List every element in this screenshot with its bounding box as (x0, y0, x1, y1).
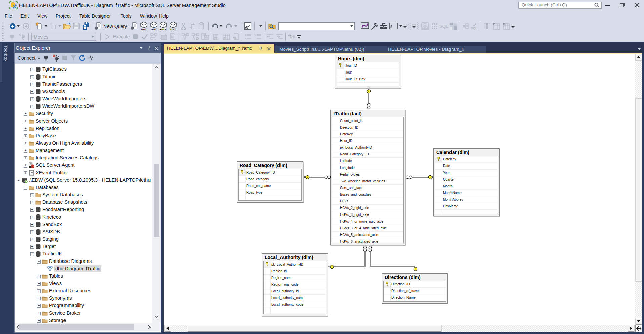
svg-text:01: 01 (224, 38, 226, 40)
svg-text:XMLA: XMLA (160, 28, 167, 31)
svg-text:DMX: DMX (151, 28, 157, 31)
svg-text:01: 01 (233, 37, 236, 39)
svg-text:01: 01 (215, 38, 217, 40)
svg-text:DAX: DAX (170, 28, 176, 31)
svg-text:MDX: MDX (141, 28, 147, 31)
svg-text:SQL: SQL (471, 27, 477, 30)
svg-text:@: @ (290, 34, 295, 40)
svg-text:?: ? (254, 34, 256, 38)
